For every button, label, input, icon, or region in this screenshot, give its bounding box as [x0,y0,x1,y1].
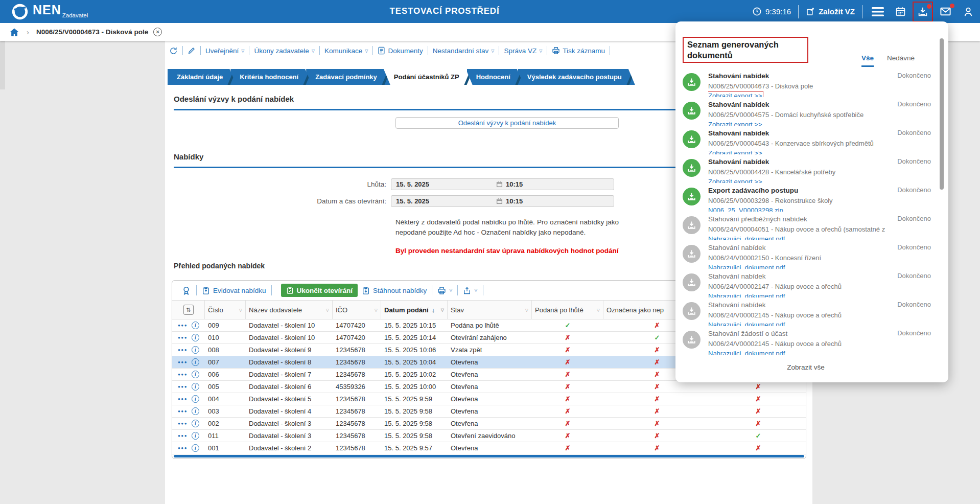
table-row[interactable]: ●●● i 003 Dodavatel - školení 4 12345678… [172,405,806,418]
record-toolbar-item[interactable]: Nestandardní stav ▽ [433,47,495,55]
row-menu-button[interactable]: ●●● [178,323,188,328]
table-row[interactable]: ●●● i 004 Dodavatel - školení 5 12345678… [172,393,806,405]
download-bids-button[interactable]: Stáhnout nabídky [362,286,427,295]
filter-icon[interactable]: ▽ [441,308,444,312]
info-icon[interactable]: i [192,444,199,452]
download-list-item[interactable]: Stahování nabídek N006/24/V00002145 - Ná… [675,297,936,326]
download-list-item[interactable]: Stahování předběžných nabídek N006/24/V0… [675,212,936,240]
filter-icon[interactable]: ▽ [326,308,329,312]
tab[interactable]: Podání účastníků ZP [385,69,473,85]
award-button[interactable] [181,286,191,295]
row-menu-button[interactable]: ●●● [178,360,188,364]
opening-time-value[interactable]: 10:15 [506,197,523,205]
sort-descending-icon[interactable]: ↓ [432,306,435,314]
download-item-link[interactable]: N006_25_V00003298.zip [708,207,783,212]
calendar-icon[interactable] [496,181,503,188]
row-menu-button[interactable]: ●●● [178,433,188,438]
info-icon[interactable]: i [192,334,199,341]
messages-button[interactable] [938,4,953,19]
tab[interactable]: Výsledek zadávacího postupu [518,69,635,85]
tab-recent[interactable]: Nedávné [887,54,915,67]
filter-icon[interactable]: ▽ [597,308,600,312]
main-menu-button[interactable] [870,5,886,19]
download-list-item[interactable]: Stahování žádostí o účast N006/24/V00002… [675,326,936,355]
record-toolbar-item[interactable]: Úkony zadavatele ▽ [254,47,314,55]
download-list-item[interactable]: Stahování nabídek N006/24/V00002150 - Ko… [675,240,936,269]
tab-all[interactable]: Vše [861,54,874,67]
export-grid-button[interactable] [463,286,477,295]
download-item-link[interactable]: Zobrazit export >> [708,178,762,183]
filter-icon[interactable]: ▽ [239,308,242,312]
info-icon[interactable]: i [192,346,199,354]
info-icon[interactable]: i [192,420,199,427]
column-header-stav[interactable]: Stav ▽ [448,301,532,319]
breadcrumb-close-icon[interactable]: ✕ [153,28,162,36]
deadline-date-value[interactable]: 15. 5. 2025 [391,180,496,188]
row-menu-button[interactable]: ●●● [178,421,188,426]
info-icon[interactable]: i [192,432,199,440]
tab[interactable]: Zadávací podmínky [306,69,390,85]
row-menu-button[interactable]: ●●● [178,384,188,389]
table-row[interactable]: ●●● i 002 Dodavatel - školení 3 12345678… [172,418,806,430]
print-grid-button[interactable] [437,286,452,295]
table-row[interactable]: ●●● i 005 Dodavatel - školení 6 45359326… [172,381,806,393]
download-item-link[interactable]: Nahrazujici_dokument.pdf [708,350,785,355]
download-item-link[interactable]: Zobrazit export >> [708,121,762,126]
download-item-link[interactable]: Zobrazit export >> [708,149,762,154]
calendar-button[interactable] [893,4,908,19]
show-all-link[interactable]: Zobrazit vše [675,363,936,371]
download-list-item[interactable]: Stahování nabídek N006/25/V00004575 - Do… [675,97,936,126]
download-list-item[interactable]: Stahování nabídek N006/24/V00002147 - Ná… [675,269,936,297]
nen-logo[interactable]: NEN Zadavatel [11,2,88,20]
info-icon[interactable]: i [192,358,199,366]
opening-field[interactable]: 15. 5. 2025 10:15 [391,195,614,207]
deadline-field[interactable]: 15. 5. 2025 10:15 [391,178,614,190]
column-settings-icon[interactable]: ⇅ [183,305,194,315]
column-header-datum[interactable]: Datum podání ↓ ▽ [381,301,448,319]
column-header-ico[interactable]: IČO ▽ [333,301,381,319]
tab[interactable]: Základní údaje [168,69,236,85]
record-toolbar-item[interactable]: Tisk záznamu ▽ [552,47,605,55]
panel-scrollbar[interactable] [940,38,944,190]
row-menu-button[interactable]: ●●● [178,446,188,450]
download-list-item[interactable]: Stahování nabídek N006/25/V00004428 - Ka… [675,154,936,183]
info-icon[interactable]: i [192,407,199,415]
send-invitation-button[interactable]: Odeslání výzvy k podání nabídek [395,117,619,129]
info-icon[interactable]: i [192,395,199,403]
download-item-link[interactable]: Zobrazit export >> [708,92,762,97]
info-icon[interactable]: i [192,383,199,391]
download-list-item[interactable]: Export zadávacího postupu N006/25/V00003… [675,183,936,212]
filter-icon[interactable]: ▽ [525,308,528,312]
column-header-cislo[interactable]: Číslo ▽ [205,301,246,319]
horizontal-scrollbar[interactable] [174,455,804,457]
download-item-link[interactable]: Nahrazujici_dokument.pdf [708,292,785,297]
download-list-item[interactable]: Stahování nabídek N006/25/V00004673 - Di… [675,68,936,97]
row-menu-button[interactable]: ●●● [178,335,188,340]
finish-opening-button[interactable]: Ukončit otevírání [281,284,358,297]
calendar-icon[interactable] [496,198,503,204]
record-toolbar-item[interactable]: Uveřejnění ▽ [205,47,244,55]
download-item-link[interactable]: Nahrazujici_dokument.pdf [708,235,785,240]
info-icon[interactable]: i [192,371,199,378]
record-toolbar-item[interactable]: Komunikace ▽ [324,47,368,55]
deadline-time-value[interactable]: 10:15 [506,180,523,188]
column-header-po-lhute[interactable]: Podaná po lhůtě ▽ [532,301,603,319]
breadcrumb-item[interactable]: N006/25/V00004673 - Disková pole [36,28,148,36]
filter-icon[interactable]: ▽ [375,308,378,312]
user-button[interactable] [961,4,976,19]
download-item-link[interactable]: Nahrazujici_dokument.pdf [708,321,785,326]
edit-record-button[interactable] [188,47,196,55]
info-icon[interactable]: i [192,322,199,329]
table-row[interactable]: ●●● i 001 Dodavatel - školení 2 12345678… [172,442,806,454]
tab[interactable]: Hodnocení [467,69,524,85]
table-row[interactable]: ●●● i 011 Dodavatel - školení 3 12345678… [172,430,806,442]
create-vz-button[interactable]: Založit VZ [806,7,855,16]
opening-date-value[interactable]: 15. 5. 2025 [391,197,496,205]
row-menu-button[interactable]: ●●● [178,348,188,352]
row-menu-button[interactable]: ●●● [178,409,188,414]
download-list-item[interactable]: Stahování nabídek N006/25/V00004543 - Ko… [675,126,936,154]
record-toolbar-item[interactable]: Správa VZ ▽ [504,47,542,55]
column-header-dodavatel[interactable]: Název dodavatele ▽ [246,301,333,319]
row-menu-button[interactable]: ●●● [178,397,188,401]
record-toolbar-item[interactable]: Dokumenty ▽ [378,47,423,55]
